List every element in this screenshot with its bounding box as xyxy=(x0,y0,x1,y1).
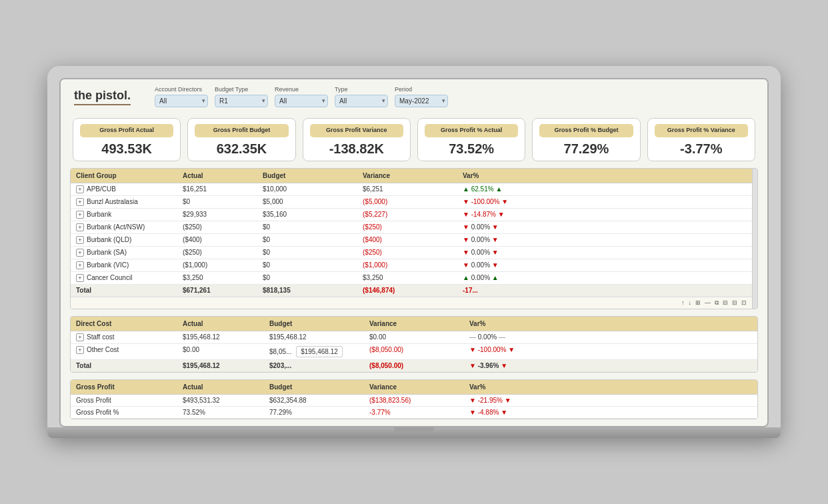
gp-trend-icon: ▼ xyxy=(469,409,476,416)
trend-down-icon: ▼ xyxy=(501,198,508,205)
trend-down-icon: ▼ xyxy=(463,236,469,243)
kpi-row: Gross Profit Actual 493.53K Gross Profit… xyxy=(61,111,767,168)
filter-item-period: Period May-2022 xyxy=(395,86,448,107)
action-icon-1[interactable]: ⊞ xyxy=(695,299,701,307)
trend-down-icon: ▼ xyxy=(463,249,469,256)
td-dc-total-varpct: -3.96% xyxy=(478,362,499,369)
td-client-variance-4: ($400) xyxy=(357,234,457,246)
app-header: the pistol. Account Directors All Budget… xyxy=(61,79,767,111)
trend-down-icon: ▼ xyxy=(463,261,469,269)
td-client-variance-0: $6,251 xyxy=(357,183,457,195)
td-total-label: Total xyxy=(71,285,177,296)
td-total-budget: $818,135 xyxy=(257,285,357,296)
expand-btn-6[interactable]: + xyxy=(76,261,84,269)
th-variance: Variance xyxy=(357,169,457,183)
td-client-variance-2: ($5,227) xyxy=(357,209,457,221)
client-row-0: +APB/CUB $16,251 $10,000 $6,251 ▲ 62.51%… xyxy=(71,183,752,196)
td-dc-variance-1: ($8,050.00) xyxy=(364,344,464,359)
trend-up-icon: ▲ xyxy=(492,274,499,281)
trend-down-icon: ▼ xyxy=(463,198,469,205)
td-client-variance-7: $3,250 xyxy=(357,272,457,284)
kpi-card-3: Gross Profit % Actual 73.52% xyxy=(417,118,525,161)
kpi-card-2: Gross Profit Variance -138.82K xyxy=(303,118,411,161)
client-row-1: +Bunzl Australasia $0 $5,000 ($5,000) ▼ … xyxy=(71,196,752,209)
filter-select-account-directors[interactable]: All xyxy=(155,95,208,107)
kpi-card-1: Gross Profit Budget 632.35K xyxy=(187,118,295,161)
td-dc-name-0: +Staff cost xyxy=(71,331,177,343)
dc-varpct-trend-icon: ▼ xyxy=(508,346,515,353)
expand-icon[interactable]: ⊡ xyxy=(741,299,747,307)
client-group-header: Client Group Actual Budget Variance Var% xyxy=(71,169,752,183)
dc-tooltip-1: $195,468.12 xyxy=(296,346,343,357)
td-client-budget-4: $0 xyxy=(257,234,357,246)
td-client-variance-5: ($250) xyxy=(357,247,457,259)
th-varpct: Var% xyxy=(457,169,511,183)
direct-rows: +Staff cost $195,468.12 $195,468.12 $0.0… xyxy=(71,331,757,360)
td-dc-budget-0: $195,468.12 xyxy=(264,331,364,343)
td-client-actual-0: $16,251 xyxy=(177,183,257,195)
th-gp: Gross Profit xyxy=(71,380,177,394)
client-action-bar: ↑ ↓ ⊞ — ⧉ ⊟ ⊟ ⊡ xyxy=(71,297,752,309)
expand-btn-2[interactable]: + xyxy=(76,211,84,219)
filter-label-budget-type: Budget Type xyxy=(215,86,248,93)
filter-select-type[interactable]: All xyxy=(335,95,388,107)
filter-select-revenue[interactable]: All xyxy=(275,95,328,107)
td-gp-budget-1: 77.29% xyxy=(264,407,364,418)
client-scrollbar[interactable] xyxy=(752,169,757,309)
expand-btn-5[interactable]: + xyxy=(76,249,84,257)
td-client-varpct-5: ▼ 0.00% ▼ xyxy=(457,247,511,259)
td-dc-varpct-1: ▼ -100.00% ▼ xyxy=(464,344,517,359)
td-client-varpct-4: ▼ 0.00% ▼ xyxy=(457,234,511,246)
filter-label-revenue: Revenue xyxy=(275,86,299,93)
filter-select-wrap-account-directors: All xyxy=(155,94,208,107)
trend-up-icon: ▲ xyxy=(463,274,469,281)
td-client-varpct-6: ▼ 0.00% ▼ xyxy=(457,259,511,271)
td-client-actual-2: $29,933 xyxy=(177,209,257,221)
td-dc-total-varpct-wrap: ▼ -3.96% ▼ xyxy=(464,360,517,371)
td-dc-variance-0: $0.00 xyxy=(364,331,464,343)
gp-trend-icon: ▼ xyxy=(469,397,476,404)
td-client-name-7: +Cancer Council xyxy=(71,272,177,284)
dc-expand-btn-0[interactable]: + xyxy=(76,333,84,341)
direct-row-1: +Other Cost $0.00 $8,05... $195,468.12 (… xyxy=(71,344,757,360)
laptop-base xyxy=(47,427,781,438)
expand-btn-0[interactable]: + xyxy=(76,185,84,193)
action-icon-3[interactable]: ⧉ xyxy=(715,299,719,307)
kpi-value-3: 73.52% xyxy=(449,141,494,157)
td-client-name-2: +Burbank xyxy=(71,209,177,221)
sort-asc-icon[interactable]: ↑ xyxy=(681,299,685,307)
action-icon-2[interactable]: — xyxy=(705,299,711,307)
client-total-row: Total $671,261 $818,135 ($146,874) -17..… xyxy=(71,285,752,297)
trend-down-icon: ▼ xyxy=(492,261,499,269)
laptop-notch xyxy=(394,427,434,433)
expand-btn-3[interactable]: + xyxy=(76,223,84,231)
laptop-frame: the pistol. Account Directors All Budget… xyxy=(47,66,781,438)
filter-select-budget-type[interactable]: R1 xyxy=(215,95,268,107)
dc-expand-btn-1[interactable]: + xyxy=(76,346,84,354)
th-gp-variance: Variance xyxy=(364,380,464,394)
expand-btn-1[interactable]: + xyxy=(76,198,84,206)
filter-select-period[interactable]: May-2022 xyxy=(395,95,448,107)
settings-icon[interactable]: ⊟ xyxy=(732,299,737,307)
expand-btn-4[interactable]: + xyxy=(76,236,84,244)
filter-item-budget-type: Budget Type R1 xyxy=(215,86,268,107)
th-gp-varpct: Var% xyxy=(464,380,517,394)
th-dc-variance: Variance xyxy=(364,317,464,331)
direct-cost-table: Direct Cost Actual Budget Variance Var% … xyxy=(70,316,758,373)
trend-down-icon: ▼ xyxy=(492,236,499,243)
td-gp-name-1: Gross Profit % xyxy=(71,407,177,418)
th-dc-actual: Actual xyxy=(177,317,264,331)
filter-icon[interactable]: ⊟ xyxy=(723,299,728,307)
client-row-7: +Cancer Council $3,250 $0 $3,250 ▲ 0.00%… xyxy=(71,272,752,285)
td-gp-varpct-1: ▼ -4.88% ▼ xyxy=(464,407,517,418)
expand-btn-7[interactable]: + xyxy=(76,274,84,282)
th-gp-budget: Budget xyxy=(264,380,364,394)
td-client-name-5: +Burbank (SA) xyxy=(71,247,177,259)
td-total-actual: $671,261 xyxy=(177,285,257,296)
sort-desc-icon[interactable]: ↓ xyxy=(689,299,692,307)
trend-down-icon: ▼ xyxy=(492,249,499,256)
filter-item-account-directors: Account Directors All xyxy=(155,86,208,107)
client-rows: +APB/CUB $16,251 $10,000 $6,251 ▲ 62.51%… xyxy=(71,183,752,285)
th-client-group: Client Group xyxy=(71,169,177,183)
dc-total-trend-icon2: ▼ xyxy=(501,362,507,369)
